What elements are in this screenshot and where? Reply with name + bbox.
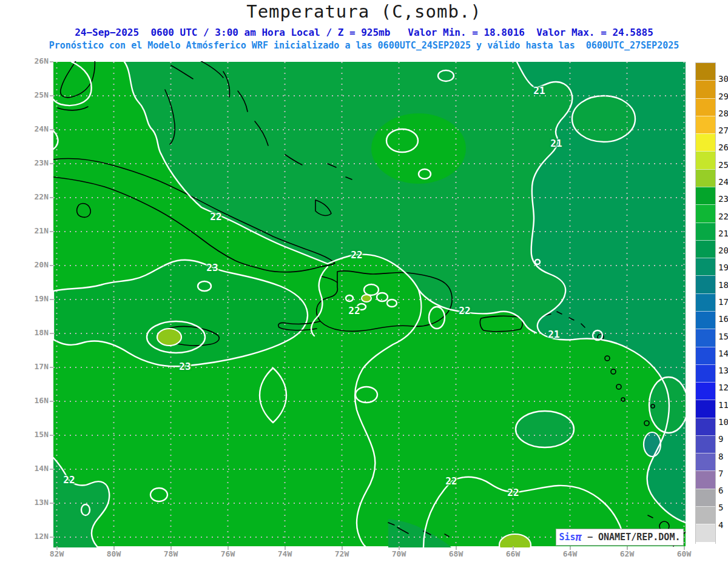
lat-tick-mark (50, 333, 53, 334)
lon-tick-mark (285, 546, 286, 550)
lon-tick-label: 76W (215, 549, 241, 558)
lon-tick-mark (399, 546, 400, 550)
lon-tick-mark (228, 546, 229, 550)
colorbar-band (696, 98, 715, 116)
colorbar-band (696, 435, 715, 453)
lat-tick-label: 16N (17, 396, 49, 405)
contour-label-21: 21 (533, 85, 545, 96)
lon-tick-label: 68W (443, 549, 470, 558)
colorbar-value-label: 9 (718, 434, 728, 444)
lat-tick-label: 21N (17, 226, 49, 235)
fill-band-24-25-jamaica (157, 329, 181, 346)
colorbar-value-label: 17 (718, 297, 728, 307)
lat-tick-mark (50, 401, 53, 402)
lat-tick-label: 25N (17, 90, 49, 99)
lat-tick-mark (50, 163, 53, 164)
contour-label-22: 22 (351, 249, 362, 261)
lon-tick-label: 70W (386, 549, 413, 558)
lat-tick-label: 19N (17, 294, 49, 303)
lon-tick-label: 80W (101, 549, 127, 558)
chart-forecast-note: Pronóstico con el Modelo Atmósferico WRF… (0, 40, 728, 51)
colorbar-value-label: 11 (718, 400, 728, 410)
contour-label-22: 22 (445, 475, 457, 487)
lat-tick-label: 26N (17, 56, 49, 65)
lat-tick-mark (50, 503, 53, 504)
lon-tick-label: 66W (500, 549, 527, 558)
colorbar-value-label: 28 (718, 109, 728, 118)
colorbar-value-label: 25 (718, 160, 728, 170)
colorbar-band (696, 151, 715, 169)
contour-label-21: 21 (550, 138, 562, 149)
colorbar-value-label: 30 (718, 74, 728, 84)
colorbar-value-label: 20 (718, 246, 728, 255)
lat-tick-mark (50, 129, 53, 130)
colorbar-band (696, 133, 715, 151)
contour-label-21: 21 (548, 329, 559, 340)
colorbar (695, 62, 716, 544)
colorbar-value-label: 12 (718, 383, 728, 392)
contour-label-22: 22 (459, 305, 470, 316)
contour-label-23: 23 (206, 262, 218, 273)
colorbar-value-label: 6 (718, 486, 728, 495)
contour-label-22: 22 (348, 305, 360, 316)
contour-label-22: 22 (210, 211, 221, 222)
colorbar-band (696, 240, 715, 258)
lon-tick-label: 64W (557, 549, 584, 558)
lon-tick-label: 74W (272, 549, 298, 558)
colorbar-band (696, 524, 715, 541)
colorbar-value-label: 14 (718, 349, 728, 358)
colorbar-band (696, 63, 715, 80)
lat-tick-label: 13N (17, 498, 49, 507)
chart-subtitle-datetime: 24−Sep−2025 0600 UTC / 3:00 am Hora Loca… (0, 27, 728, 38)
lat-tick-label: 24N (17, 124, 49, 133)
contour-label-22: 22 (63, 474, 75, 486)
lat-tick-label: 23N (17, 158, 49, 167)
lon-tick-mark (570, 546, 571, 550)
colorbar-band (696, 222, 715, 240)
lat-tick-label: 14N (17, 464, 49, 473)
watermark-sis: Sis (559, 532, 576, 543)
contour-label-22: 22 (507, 487, 519, 498)
lat-tick-mark (50, 469, 53, 470)
colorbar-band (696, 400, 715, 417)
lat-tick-mark (50, 231, 53, 232)
lat-tick-mark (50, 61, 53, 62)
lon-tick-mark (456, 546, 457, 550)
colorbar-value-label: 22 (718, 212, 728, 221)
lon-tick-mark (56, 546, 58, 550)
lat-tick-mark (50, 367, 53, 368)
colorbar-band (696, 204, 715, 222)
temperature-map (53, 61, 686, 547)
colorbar-value-label: 29 (718, 92, 728, 101)
colorbar-band (696, 116, 715, 133)
lon-tick-label: 60W (671, 549, 698, 558)
colorbar-band (696, 542, 715, 560)
lat-tick-label: 22N (17, 192, 49, 201)
colorbar-value-label: 5 (718, 503, 728, 512)
colorbar-value-label: 7 (718, 469, 728, 478)
colorbar-value-label: 23 (718, 194, 728, 204)
watermark-box: Sisπ − ONAMET/REP.DOM. (556, 529, 684, 546)
colorbar-value-label: 8 (718, 452, 728, 461)
lon-tick-mark (113, 546, 115, 550)
colorbar-band (696, 364, 715, 382)
watermark-dash: − (582, 532, 598, 543)
lon-tick-label: 62W (614, 549, 641, 558)
lon-tick-label: 82W (44, 549, 70, 558)
colorbar-band (696, 506, 715, 524)
lon-tick-label: 78W (158, 549, 184, 558)
lon-tick-mark (627, 546, 628, 550)
lon-tick-label: 72W (329, 549, 356, 558)
colorbar-band (696, 418, 715, 435)
colorbar-value-label: 10 (718, 417, 728, 427)
lon-tick-mark (170, 546, 172, 550)
lat-tick-label: 18N (17, 328, 49, 337)
colorbar-band (696, 329, 715, 346)
colorbar-value-label: 24 (718, 177, 728, 187)
colorbar-band (696, 311, 715, 329)
colorbar-value-label: 13 (718, 366, 728, 375)
colorbar-value-label: 21 (718, 229, 728, 238)
colorbar-value-label: 26 (718, 142, 728, 152)
watermark-pi-icon: π (576, 531, 582, 543)
colorbar-band (696, 169, 715, 187)
